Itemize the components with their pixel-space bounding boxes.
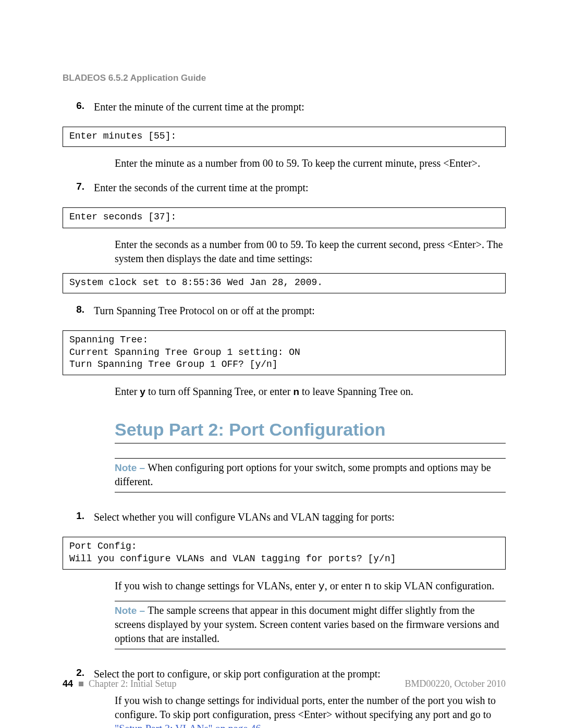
chapter-name: Chapter 2: Initial Setup [89, 678, 176, 689]
note-rule-bottom [115, 492, 506, 492]
link-setup-part3[interactable]: "Setup Part 3: VLANs" on page 46 [115, 723, 261, 728]
step-7-after: Enter the seconds as a number from 00 to… [115, 238, 506, 266]
code-minutes: Enter minutes [55]: [63, 127, 506, 147]
page-number: 44 [63, 678, 73, 689]
step-8-after: Enter y to turn off Spanning Tree, or en… [115, 385, 506, 399]
key-y: y [140, 386, 145, 397]
note-block-2: Note – The sample screens that appear in… [115, 601, 506, 649]
step-body: Enter the seconds of the current time at… [94, 181, 506, 202]
key-y-mono: y [319, 581, 325, 593]
note-text: The sample screens that appear in this d… [115, 604, 499, 644]
note-block-1: Note – When configuring port options for… [115, 458, 506, 492]
p2-step-1-intro: Select whether you will configure VLANs … [94, 510, 506, 524]
text: . [261, 723, 263, 728]
note-rule-top [115, 601, 506, 601]
section-rule [115, 443, 506, 443]
page: BLADEOS 6.5.2 Application Guide 6. Enter… [0, 0, 563, 728]
text: to turn off Spanning Tree, or enter [145, 386, 293, 397]
step-body: Turn Spanning Tree Protocol on or off at… [94, 304, 506, 325]
p2-step-1: 1. Select whether you will configure VLA… [63, 510, 506, 532]
step-8-intro: Turn Spanning Tree Protocol on or off at… [94, 304, 506, 318]
text: Enter [115, 386, 140, 397]
note-label: Note – [115, 462, 148, 473]
note-rule-top [115, 458, 506, 459]
text: If you wish to change settings for VLANs… [115, 580, 319, 591]
doc-header: BLADEOS 6.5.2 Application Guide [63, 73, 506, 83]
key-n-mono: n [364, 581, 371, 593]
square-icon [79, 682, 83, 686]
step-number: 6. [63, 100, 94, 121]
step-6: 6. Enter the minute of the current time … [63, 100, 506, 121]
step-7: 7. Enter the seconds of the current time… [63, 181, 506, 202]
text: , or enter [325, 580, 365, 591]
step-body: Enter the minute of the current time at … [94, 100, 506, 121]
step-8: 8. Turn Spanning Tree Protocol on or off… [63, 304, 506, 325]
step-number: 1. [63, 510, 94, 532]
code-seconds: Enter seconds [37]: [63, 207, 506, 228]
key-n: n [293, 386, 299, 397]
code-clock-set: System clock set to 8:55:36 Wed Jan 28, … [63, 273, 506, 293]
section-title: Setup Part 2: Port Configuration [115, 419, 506, 440]
step-7-intro: Enter the seconds of the current time at… [94, 181, 506, 195]
text: to skip VLAN configuration. [371, 580, 494, 591]
footer: 44 Chapter 2: Initial Setup BMD00220, Oc… [63, 678, 506, 689]
p2-step-2-after: If you wish to change settings for indiv… [115, 694, 506, 728]
note-rule-bottom [115, 649, 506, 649]
step-6-intro: Enter the minute of the current time at … [94, 100, 506, 114]
step-number: 7. [63, 181, 94, 202]
text: If you wish to change settings for indiv… [115, 695, 496, 720]
code-port-config: Port Config: Will you configure VLANs an… [63, 537, 506, 570]
step-6-after: Enter the minute as a number from 00 to … [115, 156, 506, 170]
p2-step-1-after: If you wish to change settings for VLANs… [115, 579, 506, 594]
footer-left: 44 Chapter 2: Initial Setup [63, 678, 177, 689]
text: to leave Spanning Tree on. [299, 386, 413, 397]
note-label: Note – [115, 605, 148, 616]
step-body: Select whether you will configure VLANs … [94, 510, 506, 532]
code-spanning-tree: Spanning Tree: Current Spanning Tree Gro… [63, 330, 506, 375]
step-number: 8. [63, 304, 94, 325]
note-text: When configuring port options for your s… [115, 462, 491, 487]
footer-right: BMD00220, October 2010 [405, 678, 506, 689]
